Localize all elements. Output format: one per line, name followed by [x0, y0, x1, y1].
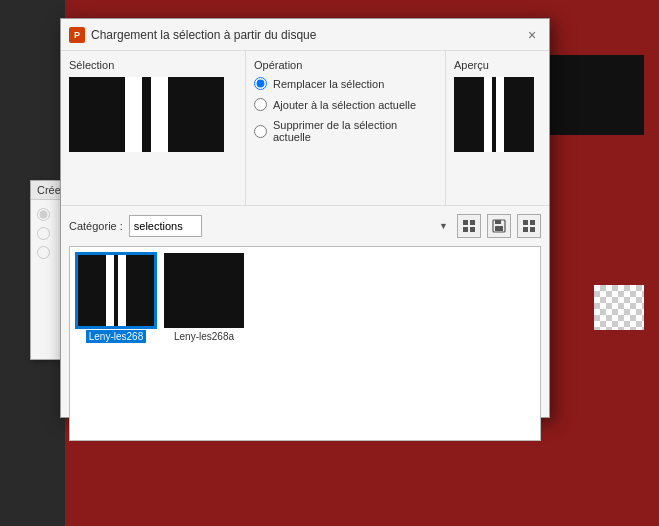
thumbnail-label-2: Leny-les268a: [171, 330, 237, 343]
thumbnail-item-2[interactable]: Leny-les268a: [162, 251, 246, 345]
operation-replace[interactable]: Remplacer la sélection: [254, 77, 437, 90]
operation-add[interactable]: Ajouter à la sélection actuelle: [254, 98, 437, 111]
apercu-checker: [594, 285, 644, 330]
title-bar-left: P Chargement la sélection à partir du di…: [69, 27, 316, 43]
category-select[interactable]: selections: [129, 215, 202, 237]
svg-rect-6: [495, 226, 503, 231]
svg-rect-7: [523, 220, 528, 225]
operation-section: Opération Remplacer la sélection Ajouter…: [246, 51, 446, 205]
operation-label: Opération: [254, 59, 437, 71]
category-select-wrapper[interactable]: selections ▼: [129, 215, 451, 237]
selection-preview: [69, 77, 224, 152]
category-label: Catégorie :: [69, 220, 123, 232]
svg-rect-8: [530, 220, 535, 225]
thumbnails-area: Leny-les268 Leny-les268a: [69, 246, 541, 441]
operation-remove[interactable]: Supprimer de la sélection actuelle: [254, 119, 437, 143]
svg-rect-10: [530, 227, 535, 232]
operation-add-label: Ajouter à la sélection actuelle: [273, 99, 416, 111]
operation-replace-label: Remplacer la sélection: [273, 78, 384, 90]
title-bar: P Chargement la sélection à partir du di…: [61, 19, 549, 51]
list-view-button[interactable]: [517, 214, 541, 238]
operation-radio-group: Remplacer la sélection Ajouter à la séle…: [254, 77, 437, 143]
svg-rect-5: [495, 220, 501, 224]
save-button[interactable]: [487, 214, 511, 238]
apercu-bg-black: [534, 55, 644, 135]
selection-section: Sélection: [61, 51, 246, 205]
svg-rect-0: [463, 220, 468, 225]
thumbnail-image-2: [164, 253, 244, 328]
bottom-section: Catégorie : selections ▼: [61, 206, 549, 449]
app-icon: P: [69, 27, 85, 43]
dialog-title: Chargement la sélection à partir du disq…: [91, 28, 316, 42]
radio-add[interactable]: [254, 98, 267, 111]
svg-rect-3: [470, 227, 475, 232]
grid-view-button[interactable]: [457, 214, 481, 238]
apercu-preview: [454, 77, 534, 152]
chevron-down-icon: ▼: [439, 221, 448, 231]
radio-replace[interactable]: [254, 77, 267, 90]
thumbnail-item-1[interactable]: Leny-les268: [74, 251, 158, 345]
svg-rect-2: [463, 227, 468, 232]
radio-remove[interactable]: [254, 125, 267, 138]
category-row: Catégorie : selections ▼: [69, 214, 541, 238]
svg-rect-9: [523, 227, 528, 232]
operation-remove-label: Supprimer de la sélection actuelle: [273, 119, 437, 143]
close-button[interactable]: ×: [523, 26, 541, 44]
thumbnail-label-1: Leny-les268: [86, 330, 146, 343]
selection-label: Sélection: [69, 59, 237, 71]
thumbnail-image-1: [76, 253, 156, 328]
apercu-section: Aperçu: [446, 51, 549, 205]
apercu-label: Aperçu: [454, 59, 541, 71]
main-dialog: P Chargement la sélection à partir du di…: [60, 18, 550, 418]
svg-rect-1: [470, 220, 475, 225]
